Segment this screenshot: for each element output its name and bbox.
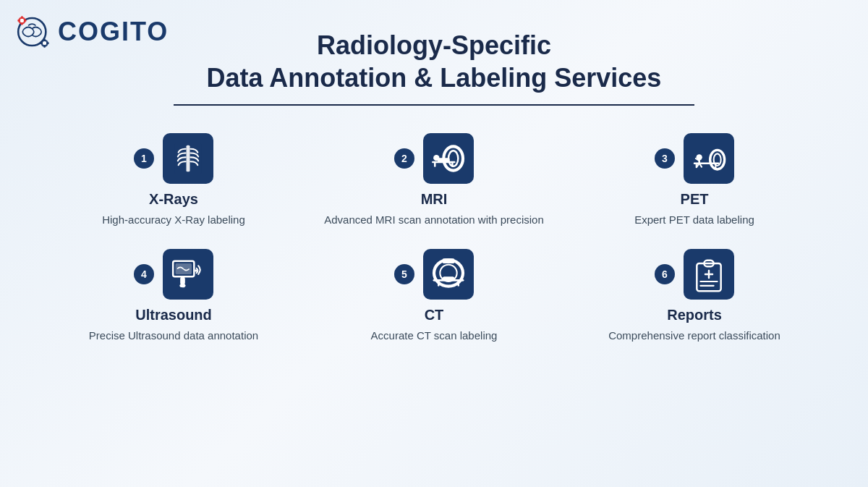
ct-title: CT: [425, 307, 444, 323]
reports-title: Reports: [667, 307, 722, 323]
xrays-title: X-Rays: [149, 191, 198, 208]
card-top-ultrasound: 4: [134, 249, 213, 300]
svg-rect-14: [187, 145, 190, 172]
svg-rect-38: [438, 280, 440, 286]
badge-2: 2: [394, 148, 414, 169]
cogito-logo-icon: [14, 13, 52, 51]
svg-rect-30: [180, 276, 185, 285]
xrays-desc: High-accuracy X-Ray labeling: [102, 212, 245, 227]
mri-icon: [423, 133, 474, 184]
ct-desc: Accurate CT scan labeling: [371, 328, 498, 343]
svg-rect-37: [443, 276, 455, 280]
badge-1: 1: [134, 148, 154, 169]
svg-rect-20: [434, 162, 436, 167]
mri-title: MRI: [421, 191, 448, 208]
pet-title: PET: [681, 191, 709, 208]
ultrasound-icon: [163, 249, 213, 300]
card-top-reports: 6: [655, 249, 734, 300]
page: COGITO Radiology-Specific Data Annotatio…: [0, 0, 868, 487]
badge-5: 5: [394, 264, 414, 284]
pet-icon: [684, 133, 734, 184]
svg-rect-5: [17, 20, 20, 22]
service-card-ct: 5: [311, 242, 557, 350]
badge-4: 4: [134, 264, 154, 284]
service-card-reports: 6 Reports C: [571, 242, 817, 350]
svg-rect-9: [43, 39, 46, 41]
svg-point-8: [43, 41, 46, 45]
svg-point-32: [195, 269, 197, 271]
title-divider: [174, 104, 694, 106]
xray-icon: [163, 133, 213, 184]
svg-rect-6: [24, 20, 26, 22]
svg-rect-21: [451, 162, 454, 167]
svg-rect-11: [41, 42, 43, 44]
svg-rect-10: [43, 45, 46, 47]
svg-point-31: [179, 284, 185, 287]
ultrasound-title: Ultrasound: [135, 307, 212, 323]
service-card-xrays: 1: [51, 126, 297, 234]
pet-desc: Expert PET data labeling: [634, 212, 754, 227]
logo-area: COGITO: [14, 13, 169, 51]
card-top-pet: 3: [655, 133, 734, 184]
services-grid: 1: [29, 126, 839, 350]
reports-icon: [684, 249, 734, 300]
logo-text: COGITO: [58, 17, 169, 47]
card-top-xrays: 1: [134, 133, 213, 184]
service-card-pet: 3: [571, 126, 817, 234]
ultrasound-desc: Precise Ultrasound data annotation: [89, 328, 258, 343]
ct-icon: [423, 249, 474, 300]
svg-rect-4: [21, 22, 23, 25]
card-top-ct: 5: [394, 249, 474, 300]
svg-rect-12: [46, 42, 48, 44]
svg-rect-19: [438, 158, 450, 162]
mri-desc: Advanced MRI scan annotation with precis…: [324, 212, 544, 227]
badge-6: 6: [655, 264, 675, 284]
svg-rect-35: [443, 258, 455, 263]
reports-desc: Comprehensive report classification: [608, 328, 780, 343]
svg-rect-39: [458, 280, 460, 286]
service-card-mri: 2: [311, 126, 557, 234]
badge-3: 3: [655, 148, 675, 169]
svg-rect-3: [21, 16, 23, 18]
svg-point-2: [20, 19, 24, 22]
service-card-ultrasound: 4: [51, 242, 297, 350]
svg-rect-27: [715, 164, 716, 169]
card-top-mri: 2: [394, 133, 474, 184]
svg-rect-26: [696, 164, 697, 169]
